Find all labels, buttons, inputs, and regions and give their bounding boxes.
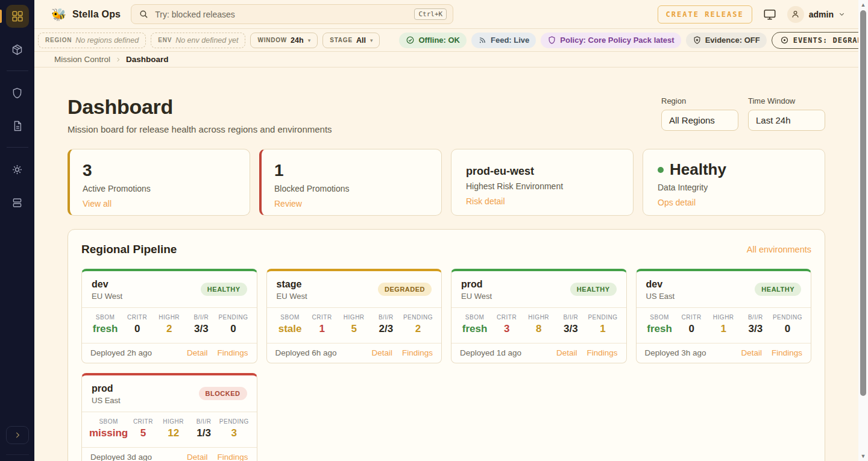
time-window-select[interactable]: Last 24h (748, 110, 825, 131)
summary-card-link[interactable]: View all (83, 199, 112, 209)
summary-cards: 3 Active Promotions View all 1 Blocked P… (68, 149, 825, 216)
detail-link[interactable]: Detail (371, 348, 392, 357)
deployed-timestamp: Deployed 6h ago (275, 348, 337, 357)
stat-label: SBOM (89, 314, 121, 321)
stat-label: SBOM (89, 418, 128, 425)
stat-value: 2 (402, 323, 434, 335)
stat-value: 1/3 (189, 427, 219, 439)
stat-critr: CRITR1 (306, 314, 338, 335)
stat-value: 5 (128, 427, 158, 439)
summary-card-link[interactable]: Review (274, 199, 302, 209)
package-icon (11, 43, 24, 56)
stat-value: 3 (491, 323, 523, 335)
app-logo-icon: 🐝 (51, 8, 66, 20)
findings-link[interactable]: Findings (217, 348, 248, 357)
server-icon (11, 196, 24, 209)
stat-critr: CRITR5 (128, 418, 158, 439)
chevron-right-icon (13, 431, 22, 439)
active-indicator-bar (0, 10, 2, 23)
deployed-timestamp: Deployed 3d ago (90, 453, 152, 461)
all-environments-link[interactable]: All environments (747, 245, 811, 254)
scrollbar-thumb[interactable] (860, 10, 866, 396)
regional-pipeline-panel: Regional Pipeline All environments dev E… (68, 229, 825, 461)
stat-label: HIGHR (523, 314, 555, 321)
breadcrumb: Mission Control Dashboard (34, 52, 858, 67)
search-input[interactable] (155, 10, 414, 19)
scrollbar[interactable]: ▲ ▼ (858, 0, 868, 461)
sidebar-expand-button[interactable] (6, 426, 29, 444)
stat-value: 2 (153, 323, 185, 335)
detail-link[interactable]: Detail (556, 348, 577, 357)
findings-link[interactable]: Findings (402, 348, 433, 357)
stat-label: HIGHR (153, 314, 185, 321)
detail-link[interactable]: Detail (187, 348, 208, 357)
user-menu[interactable]: admin (787, 6, 845, 23)
scroll-up-arrow[interactable]: ▲ (858, 0, 868, 10)
summary-card: Healthy Data Integrity Ops detail (643, 149, 825, 216)
stat-value: 12 (159, 427, 189, 439)
sidebar-item-security[interactable] (6, 81, 29, 104)
create-release-button[interactable]: CREATE RELEASE (658, 5, 752, 24)
sidebar-item-releases[interactable] (6, 38, 29, 61)
sidebar (0, 0, 34, 461)
stat-pending: PENDING0 (217, 314, 249, 335)
stats-row: SBOMfreshCRITR3HIGHR8B/I/R3/3PENDING1 (451, 308, 626, 343)
policy-status-pill: Policy: Core Policy Pack latest (541, 33, 681, 48)
chevron-right-icon (115, 57, 121, 63)
deployed-timestamp: Deployed 2h ago (90, 348, 152, 357)
stat-value: 0 (676, 323, 708, 335)
region-select[interactable]: All Regions (661, 110, 738, 131)
breadcrumb-mission-control[interactable]: Mission Control (54, 55, 110, 64)
findings-link[interactable]: Findings (587, 348, 617, 357)
stats-row: SBOMfreshCRITR0HIGHR1B/I/R3/3PENDING0 (637, 308, 811, 343)
chevron-down-icon: ▾ (308, 37, 311, 43)
stage-filter-pill[interactable]: STAGE All ▾ (322, 33, 380, 48)
rss-icon (478, 36, 487, 45)
stat-label: SBOM (274, 314, 306, 321)
summary-card-link[interactable]: Risk detail (466, 196, 505, 206)
window-filter-pill[interactable]: WINDOW 24h ▾ (250, 33, 318, 48)
stats-row: SBOMstaleCRITR1HIGHR5B/I/R2/3PENDING2 (267, 308, 442, 343)
summary-card: 1 Blocked Promotions Review (259, 149, 442, 216)
pipeline-card: prod US East BLOCKED SBOMmissingCRITR5HI… (81, 373, 257, 461)
detail-link[interactable]: Detail (187, 453, 208, 461)
sidebar-item-settings[interactable] (6, 158, 29, 181)
scroll-down-arrow[interactable]: ▼ (858, 451, 868, 461)
stat-value: 0 (121, 323, 153, 335)
stat-value: missing (89, 427, 128, 439)
pipeline-card: prod EU West HEALTHY SBOMfreshCRITR3HIGH… (451, 269, 627, 363)
pipeline-card: dev US East HEALTHY SBOMfreshCRITR0HIGHR… (636, 269, 812, 363)
display-icon[interactable] (763, 8, 776, 21)
region-filter-pill[interactable]: REGION No regions defined (38, 33, 146, 48)
sidebar-divider (7, 147, 28, 148)
global-search[interactable]: Ctrl+K (131, 4, 453, 24)
summary-label: Data Integrity (658, 183, 810, 192)
stat-bir: B/I/R1/3 (189, 418, 219, 439)
evidence-status-pill: Evidence: OFF (686, 33, 767, 48)
findings-link[interactable]: Findings (217, 453, 248, 461)
environment-region: EU West (461, 292, 492, 301)
shield-icon (11, 87, 24, 99)
sidebar-item-infrastructure[interactable] (6, 191, 29, 214)
user-name: admin (809, 10, 834, 19)
stat-label: B/I/R (189, 418, 219, 425)
content-area: Dashboard Mission board for release heal… (34, 67, 858, 461)
stat-label: HIGHR (708, 314, 740, 321)
events-status-pill[interactable]: EVENTS: DEGRADED (772, 32, 868, 49)
stat-value: 0 (217, 323, 249, 335)
summary-card-link[interactable]: Ops detail (658, 198, 696, 207)
stat-label: PENDING (772, 314, 804, 321)
sidebar-item-dashboard[interactable] (6, 5, 29, 28)
sidebar-item-documents[interactable] (6, 114, 29, 137)
stat-value: 3/3 (555, 323, 587, 335)
stat-critr: CRITR3 (491, 314, 523, 335)
detail-link[interactable]: Detail (741, 348, 762, 357)
search-icon (139, 9, 149, 19)
panel-title: Regional Pipeline (81, 243, 177, 256)
env-filter-pill[interactable]: ENV No env defined yet (151, 33, 245, 48)
stat-label: CRITR (676, 314, 708, 321)
stats-row: SBOMmissingCRITR5HIGHR12B/I/R1/3PENDING3 (82, 412, 257, 448)
stat-highr: HIGHR1 (708, 314, 740, 335)
stat-value: fresh (89, 323, 121, 335)
findings-link[interactable]: Findings (772, 348, 802, 357)
